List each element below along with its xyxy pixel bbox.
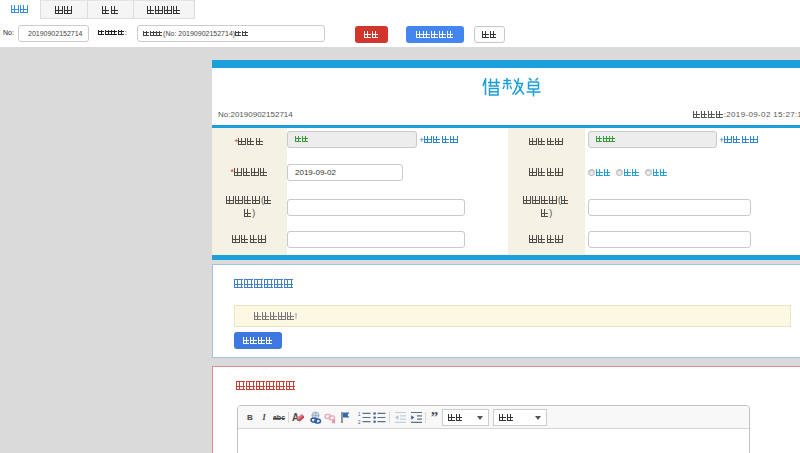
svg-text:2: 2: [358, 419, 361, 424]
svg-text:1: 1: [358, 411, 361, 416]
